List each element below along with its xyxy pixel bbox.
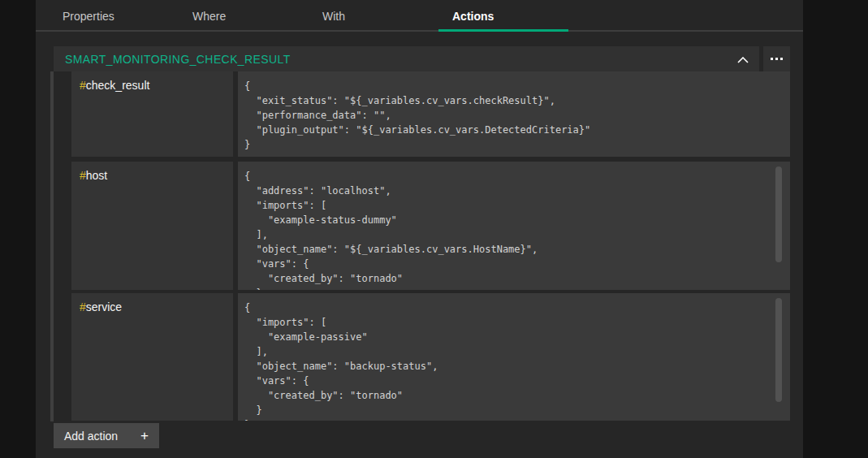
tab-actions[interactable]: Actions <box>438 0 568 32</box>
action-field-label-host: #host <box>71 162 233 290</box>
chevron-up-icon <box>737 52 749 67</box>
action-card-header: SMART_MONITORING_CHECK_RESULT <box>54 46 759 71</box>
action-field-label-check-result: #check_result <box>71 71 233 157</box>
action-field-editor-check-result[interactable]: { "exit_status": "${_variables.cv_vars.c… <box>238 71 790 157</box>
action-field-editor-host[interactable]: { "address": "localhost", "imports": [ "… <box>238 162 790 290</box>
action-field-editor-service[interactable]: { "imports": [ "example-passive" ], "obj… <box>238 293 790 421</box>
collapse-button[interactable] <box>727 46 759 71</box>
tab-properties[interactable]: Properties <box>49 0 179 32</box>
field-name: check_result <box>86 79 150 92</box>
plus-icon: + <box>140 428 149 444</box>
action-card-title: SMART_MONITORING_CHECK_RESULT <box>54 53 727 66</box>
scrollbar-thumb[interactable] <box>775 166 782 262</box>
rule-editor-panel: Properties Where With Actions SMART_MONI… <box>36 0 803 458</box>
field-name: service <box>86 300 122 313</box>
overflow-menu-icon <box>771 58 783 60</box>
json-code: { "imports": [ "example-passive" ], "obj… <box>238 293 790 421</box>
add-action-label: Add action <box>64 430 118 443</box>
overflow-menu-button[interactable] <box>763 46 790 71</box>
field-name: host <box>86 169 107 182</box>
rule-editor-tabs: Properties Where With Actions <box>36 0 803 32</box>
tab-where[interactable]: Where <box>179 0 309 32</box>
action-field-label-service: #service <box>71 293 233 421</box>
action-card-accent-strip <box>50 71 54 421</box>
hash-prefix: # <box>80 169 86 182</box>
hash-prefix: # <box>80 79 86 92</box>
tab-with[interactable]: With <box>309 0 438 32</box>
json-code: { "exit_status": "${_variables.cv_vars.c… <box>238 71 790 152</box>
scrollbar-thumb[interactable] <box>775 298 782 402</box>
add-action-button[interactable]: Add action + <box>54 423 159 448</box>
hash-prefix: # <box>80 300 86 313</box>
json-code: { "address": "localhost", "imports": [ "… <box>238 162 790 290</box>
